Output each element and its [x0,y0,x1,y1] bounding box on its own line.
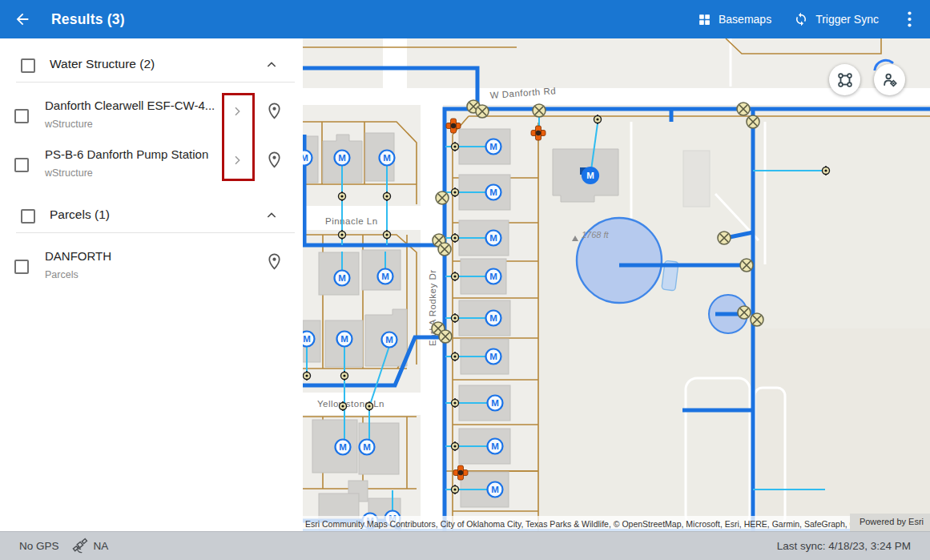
chevron-up-icon [265,209,278,222]
group-water-structure-checkbox[interactable] [21,58,35,73]
gps-status-label: No GPS [19,540,59,552]
trigger-sync-button[interactable]: Trigger Sync [794,12,879,26]
polygon-select-icon [836,71,854,89]
street-label-pinnacle: Pinnacle Ln [325,216,378,226]
map-attribution-bar: Esri Community Maps Contributors, City o… [303,516,930,531]
divider [16,232,295,233]
chevron-right-icon [231,154,244,167]
svg-text:M: M [303,153,308,163]
svg-text:M: M [339,442,347,452]
basemaps-grid-icon [698,13,711,26]
svg-text:M: M [385,335,393,344]
group-parcels-collapse-button[interactable] [261,205,282,226]
satellite-icon [70,538,90,555]
gps-accuracy-label: NA [94,540,109,552]
svg-text:M: M [489,142,497,151]
basemaps-button[interactable]: Basemaps [698,13,771,26]
chevron-up-icon [265,58,278,71]
svg-text:M: M [489,272,497,281]
status-bar: No GPS NA Last sync: 4/18/23, 3:24 PM [0,531,930,560]
svg-text:M: M [363,442,371,452]
attribution-text: Esri Community Maps Contributors, City o… [303,519,850,529]
divider [16,82,295,83]
svg-text:M: M [489,187,497,197]
svg-text:M: M [338,153,346,163]
svg-text:M: M [381,272,389,281]
result-item-1-checkbox[interactable] [14,109,29,123]
result-item-2-title: PS-B-6 Danforth Pump Station [45,147,208,161]
svg-text:M: M [383,153,391,163]
result-item-3-checkbox[interactable] [14,260,29,274]
kebab-menu-icon [908,11,912,27]
svg-text:M: M [491,485,499,494]
group-water-structure-collapse-button[interactable] [261,54,282,75]
group-parcels-checkbox[interactable] [21,209,35,224]
back-button[interactable] [11,8,34,30]
result-item-3-locate-button[interactable] [264,251,284,272]
last-sync-label: Last sync: 4/18/23, 3:24 PM [777,540,930,552]
results-panel: Water Structure (2) Danforth Clearwell E… [0,38,303,531]
street-label-yellowstone: Yellowstone Ln [317,399,384,409]
map-pin-icon [265,151,284,169]
app-window: Results (3) Basemaps Trigger Sync [0,0,930,560]
result-item-2-checkbox[interactable] [14,158,29,172]
trigger-sync-label: Trigger Sync [815,13,879,26]
group-parcels-label: Parcels (1) [50,207,110,222]
result-item-3-subtitle: Parcels [45,269,79,280]
back-arrow-icon [14,10,31,28]
svg-text:M: M [489,352,497,361]
selected-meter-symbol: M [582,167,598,183]
svg-text:M: M [340,334,348,344]
person-locate-icon [881,71,899,89]
overflow-menu-button[interactable] [901,11,917,27]
group-water-structure-label: Water Structure (2) [50,57,155,71]
result-item-1-subtitle: wStructure [45,119,93,130]
result-item-3-title: DANFORTH [45,249,111,263]
map-canvas[interactable]: W Danforth Rd Pinnacle Ln Yellowstone Ln… [303,38,930,531]
page-title: Results (3) [51,11,125,28]
result-item-2-locate-button[interactable] [264,149,284,170]
result-item-1-details-button[interactable] [227,101,248,122]
sync-icon [794,12,808,26]
result-item-2-subtitle: wStructure [45,167,93,179]
result-item-2-details-button[interactable] [227,150,248,171]
svg-text:M: M [303,334,311,344]
svg-text:M: M [489,233,497,243]
basemaps-label: Basemaps [719,13,771,26]
my-location-button[interactable] [874,64,905,95]
svg-text:M: M [491,398,499,408]
select-features-button[interactable] [829,64,860,95]
app-header: Results (3) Basemaps Trigger Sync [0,0,930,38]
chevron-right-icon [231,105,244,118]
map-pin-icon [265,102,284,120]
powered-by-esri: Powered by Esri [850,514,930,531]
svg-text:M: M [489,313,497,323]
result-item-1-locate-button[interactable] [264,100,284,121]
result-item-1-title: Danforth Clearwell ESF-CW-4... [45,99,215,112]
elevation-label: 1768 ft [582,230,610,240]
map-pin-icon [265,252,284,271]
svg-text:M: M [491,441,499,451]
svg-text:M: M [586,171,594,180]
svg-text:M: M [338,273,346,283]
